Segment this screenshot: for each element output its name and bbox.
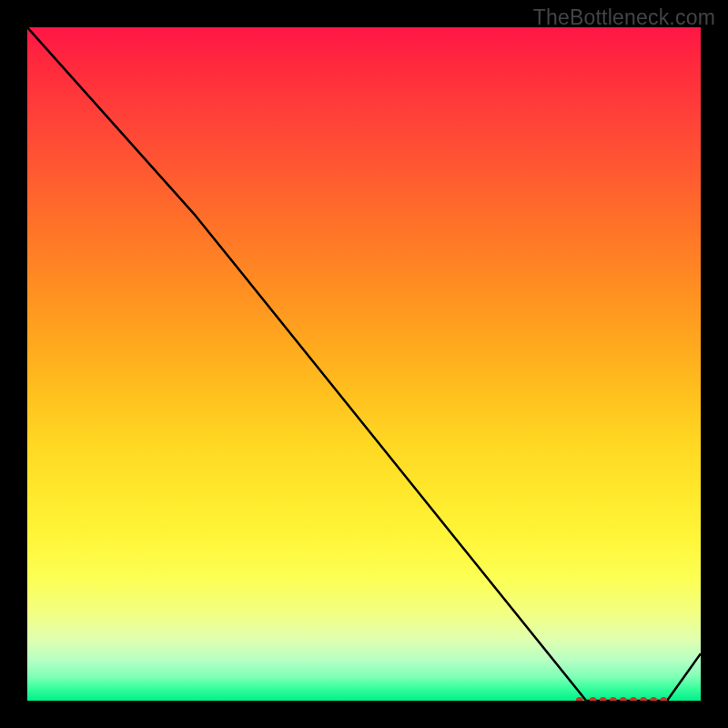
watermark-text: TheBottleneck.com bbox=[533, 5, 715, 30]
plot-svg bbox=[27, 27, 701, 701]
marker-dot bbox=[610, 697, 617, 701]
curve-line bbox=[27, 27, 701, 701]
chart-frame: TheBottleneck.com bbox=[0, 0, 728, 728]
marker-dot bbox=[590, 697, 597, 701]
highlight-markers bbox=[576, 697, 668, 701]
marker-dot bbox=[650, 697, 657, 701]
plot-area bbox=[27, 27, 701, 701]
marker-dot bbox=[600, 697, 607, 701]
marker-dot bbox=[660, 697, 667, 701]
marker-dot bbox=[620, 697, 627, 701]
curve-path bbox=[27, 27, 701, 701]
marker-dot bbox=[630, 697, 637, 701]
marker-dot bbox=[640, 697, 647, 701]
marker-dot bbox=[576, 697, 583, 701]
